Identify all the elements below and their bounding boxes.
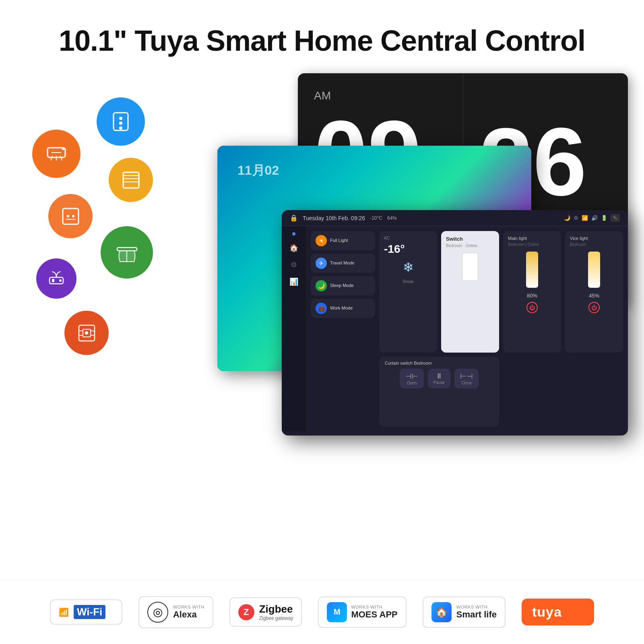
svg-point-5 (119, 122, 122, 125)
svg-rect-18 (52, 279, 54, 282)
ac-snow-label: Snow (384, 279, 432, 284)
svg-point-13 (72, 215, 74, 217)
tuya-badge: tuya (522, 599, 594, 625)
curtain-open-label: Open (405, 381, 418, 385)
scene-work-label: Work Mode (330, 305, 353, 311)
scene-work[interactable]: 💼 Work Mode (311, 299, 375, 318)
zigbee-sub-text: Zigbee gateway (259, 615, 293, 621)
switch-card[interactable]: Switch Bedroom · Online (441, 231, 499, 353)
curtain-buttons: ⊣⊢ Open ⏸ Pause ⊢⊣ Close (385, 369, 493, 388)
sidebar-icon-3[interactable]: 📊 (289, 277, 298, 286)
wifi-logo: 📶 (59, 607, 69, 617)
svg-point-4 (119, 117, 122, 120)
devices-area: AM 09 26 11月02 (217, 73, 628, 456)
curtain-icon (101, 226, 153, 279)
vice-light-slider[interactable] (588, 252, 600, 288)
scene-full-light[interactable]: ☀ Full Light (311, 231, 375, 250)
ac-card-label: AC (384, 236, 432, 240)
panel-icon (48, 194, 93, 238)
zigbee-text: Zigbee Zigbee gateway (259, 603, 293, 621)
ac-card[interactable]: AC -16° ❄ Snow (379, 231, 437, 353)
alexa-text: WORKS WITH Alexa (173, 605, 204, 620)
vice-light-sub: Bedroom (570, 242, 618, 247)
moes-badge: M WORKS WITH MOES APP (318, 597, 406, 628)
ac-icon (32, 130, 80, 178)
sidebar-icon-1[interactable]: 🏠 (289, 244, 298, 252)
sidebar-icon-2[interactable]: ⚙ (291, 260, 297, 269)
badges-area: 📶 Wi-Fi ◎ WORKS WITH Alexa Z Zigbee Zigb… (0, 580, 644, 644)
alexa-icon: ◎ (147, 602, 168, 623)
alexa-works-with: WORKS WITH (173, 605, 204, 609)
sidebar-indicator (292, 232, 295, 235)
alexa-brand: Alexa (173, 609, 204, 620)
zigbee-logo: Z (238, 604, 254, 620)
tuya-brand-text: tuya (532, 604, 562, 620)
zigbee-badge: Z Zigbee Zigbee gateway (229, 597, 302, 627)
circuit-icon (64, 311, 109, 355)
vice-light-card[interactable]: Vice light Bedroom 45% ⏻ (565, 231, 623, 353)
icons-area (32, 97, 185, 379)
svg-point-2 (62, 148, 64, 150)
moes-works-with: WORKS WITH (351, 605, 397, 609)
smartlife-works-with: WORKS WITH (456, 605, 497, 609)
scene-sleep-icon: 🌙 (316, 280, 327, 291)
switch-visual (462, 253, 478, 281)
alexa-badge: ◎ WORKS WITH Alexa (138, 596, 213, 628)
curtain-close-label: Close (460, 381, 473, 385)
curtain-row: Curtain switch Bedroom ⊣⊢ Open ⏸ Pause (379, 357, 499, 427)
scene-full-light-label: Full Light (330, 238, 348, 243)
curtain-pause-btn[interactable]: ⏸ Pause (428, 369, 450, 388)
wifi-badge: 📶 Wi-Fi (50, 599, 122, 625)
scene-list: ☀ Full Light ✈ Travel Mode 🌙 Sleep Mode (311, 231, 375, 427)
ac-snowflake: ❄ (384, 260, 432, 275)
vice-light-power[interactable]: ⏻ (588, 302, 600, 313)
scene-travel-label: Travel Mode (330, 260, 355, 266)
front-body: 🏠 ⚙ 📊 ☀ Full Light ✈ Travel Mode (282, 226, 628, 431)
curtain-pause-label: Pause (433, 380, 445, 385)
curtain-close-icon: ⊢⊣ (460, 372, 473, 381)
zigbee-main-text: Zigbee (259, 603, 293, 615)
wifi-signal-icon: 📶 (59, 607, 69, 617)
svg-rect-7 (123, 172, 139, 188)
front-weather: -10°C (370, 215, 382, 221)
wifi-text: Wi-Fi (74, 605, 105, 619)
front-date-time: Tuesday 10th Feb. 09:26 (303, 215, 365, 221)
moes-brand: MOES APP (351, 609, 397, 620)
switch-sub: Bedroom · Online (446, 244, 494, 248)
blind-icon (109, 158, 153, 202)
device-front: 🔒 Tuesday 10th Feb. 09:26 -10°C 64% 🌙 ⚙ … (282, 210, 628, 436)
curtain-pause-icon: ⏸ (433, 372, 445, 380)
vice-light-title: Vice light (570, 236, 618, 241)
svg-point-6 (119, 126, 122, 130)
smartlife-badge: 🏠 WORKS WITH Smart life (423, 597, 506, 628)
front-sidebar: 🏠 ⚙ 📊 (282, 226, 306, 431)
main-light-value: 80% (508, 293, 556, 299)
page-title: 10.1" Tuya Smart Home Central Control (0, 0, 644, 73)
main-light-title: Main light (508, 236, 556, 241)
svg-rect-15 (117, 248, 137, 251)
main-light-card[interactable]: Main light Bedroom | Online 80% ⏻ (503, 231, 561, 353)
smartlife-brand: Smart life (456, 609, 497, 620)
scene-travel-icon: ✈ (316, 258, 327, 269)
switch-icon (97, 97, 145, 146)
front-humidity: 64% (387, 215, 397, 221)
scene-sleep-label: Sleep Mode (330, 283, 354, 288)
main-light-slider[interactable] (526, 252, 538, 288)
main-light-sub: Bedroom | Online (508, 242, 556, 247)
scene-work-icon: 💼 (316, 303, 327, 314)
main-light-power[interactable]: ⏻ (526, 302, 538, 313)
curtain-close-btn[interactable]: ⊢⊣ Close (454, 369, 479, 388)
scene-sleep[interactable]: 🌙 Sleep Mode (311, 276, 375, 295)
smartlife-icon: 🏠 (431, 602, 452, 622)
ac-temp: -16° (384, 243, 432, 256)
zigbee-z-icon: Z (238, 604, 254, 620)
curtain-title: Curtain switch Bedroom (385, 361, 493, 365)
vice-light-value: 45% (570, 293, 618, 299)
svg-point-12 (67, 215, 69, 217)
moes-icon: M (327, 602, 347, 622)
svg-point-22 (85, 331, 88, 334)
curtain-open-btn[interactable]: ⊣⊢ Open (400, 369, 424, 388)
curtain-open-icon: ⊣⊢ (405, 372, 418, 381)
scene-travel[interactable]: ✈ Travel Mode (311, 254, 375, 273)
moes-text: WORKS WITH MOES APP (351, 605, 397, 620)
